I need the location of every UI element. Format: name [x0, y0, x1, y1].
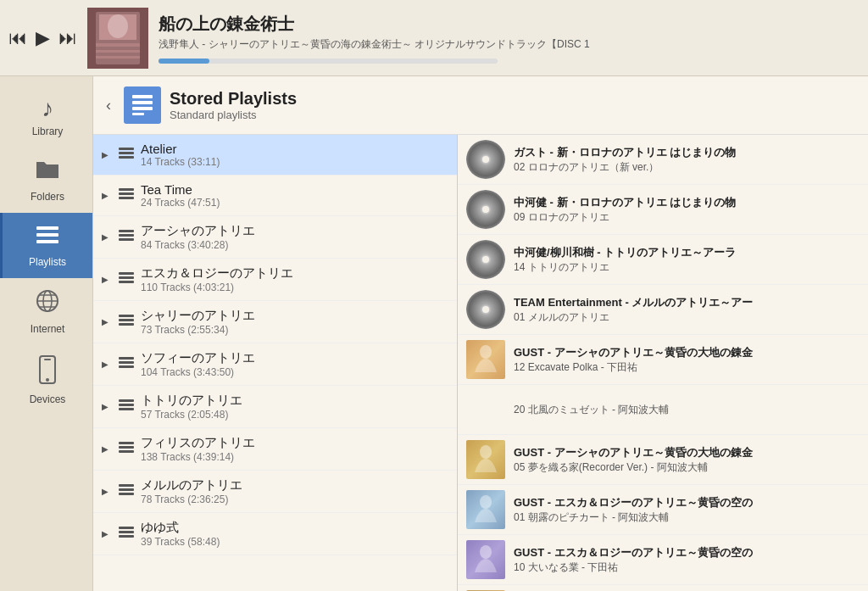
- playlist-meta: 138 Tracks (4:39:14): [141, 451, 448, 463]
- track-thumbnail: [466, 540, 505, 579]
- playlist-text: シャリーのアトリエ 73 Tracks (2:55:34): [141, 308, 448, 336]
- track-item[interactable]: GUST - アーシャのアトリエ～黄昏の大地の錬金05 夢を織る家(Record…: [458, 435, 868, 485]
- svg-rect-41: [119, 404, 134, 406]
- playlist-item[interactable]: ▶ ゆゆ式 39 Tracks (58:48): [93, 513, 457, 555]
- playlist-item[interactable]: ▶ トトリのアトリエ 57 Tracks (2:05:48): [93, 386, 457, 428]
- playlist-item[interactable]: ▶ メルルのアトリエ 78 Tracks (2:36:25): [93, 471, 457, 513]
- playlist-expand-icon: ▶: [102, 360, 112, 369]
- svg-rect-35: [119, 319, 134, 321]
- playlist-name: メルルのアトリエ: [141, 477, 448, 493]
- play-button[interactable]: ▶: [36, 27, 50, 49]
- playlist-meta: 24 Tracks (47:51): [141, 197, 448, 209]
- svg-rect-40: [119, 399, 134, 402]
- playlist-item[interactable]: ▶ フィリスのアトリエ 138 Tracks (4:39:14): [93, 428, 457, 471]
- track-info: 中河健 - 新・ロロナのアトリエ はじまりの物09 ロロナのアトリエ: [514, 195, 860, 225]
- track-info: GUST - アーシャのアトリエ～黄昏の大地の錬金05 夢を織る家(Record…: [514, 445, 860, 475]
- svg-rect-43: [119, 442, 134, 444]
- playlist-item[interactable]: ▶ ソフィーのアトリエ 104 Tracks (3:43:50): [93, 343, 457, 386]
- playlist-expand-icon: ▶: [102, 191, 112, 200]
- sidebar-label-folders: Folders: [31, 191, 64, 203]
- playlist-item[interactable]: ▶ シャリーのアトリエ 73 Tracks (2:55:34): [93, 301, 457, 343]
- progress-bar[interactable]: [159, 59, 498, 64]
- progress-fill: [159, 59, 209, 64]
- playlists-header-text: Stored Playlists Standard playlists: [170, 89, 297, 121]
- track-item[interactable]: 20 北風のミュゼット - 阿知波大輔: [458, 385, 868, 435]
- playlists-header: ‹ Stored Playlists Standard playlists: [93, 76, 868, 135]
- prev-button[interactable]: ⏮: [8, 27, 27, 49]
- track-album: 05 夢を織る家(Recorder Ver.) - 阿知波大輔: [514, 460, 860, 475]
- sidebar-item-internet[interactable]: Internet: [0, 278, 92, 345]
- playlist-text: エスカ＆ロジーのアトリエ 110 Tracks (4:03:21): [141, 265, 448, 293]
- playlist-text: ゆゆ式 39 Tracks (58:48): [141, 520, 448, 548]
- playlist-item[interactable]: ▶ アーシャのアトリエ 84 Tracks (3:40:28): [93, 216, 457, 259]
- track-item[interactable]: 中河健/柳川和樹 - トトリのアトリエ～アーラ14 トトリのアトリエ: [458, 235, 868, 285]
- playlist-list-icon: [119, 399, 134, 415]
- playlist-item[interactable]: ▶ Atelier 14 Tracks (33:11): [93, 135, 457, 176]
- track-artist-title: GUST - アーシャのアトリエ～黄昏の大地の錬金: [514, 345, 860, 360]
- svg-rect-48: [119, 493, 134, 495]
- playlist-meta: 14 Tracks (33:11): [141, 156, 448, 168]
- svg-rect-30: [119, 238, 134, 241]
- sidebar-label-internet: Internet: [31, 323, 65, 335]
- playlist-expand-icon: ▶: [102, 487, 112, 496]
- playlist-list-icon: [119, 188, 134, 204]
- track-item[interactable]: GUST - エスカ＆ロジーのアトリエ～黄昏の空の10 大いなる業 - 下田祐: [458, 535, 868, 585]
- track-thumbnail: [466, 490, 505, 529]
- svg-rect-47: [119, 488, 134, 491]
- svg-rect-8: [36, 233, 58, 237]
- playlist-item[interactable]: ▶ Tea Time 24 Tracks (47:51): [93, 176, 457, 216]
- track-subtitle: 浅野隼人 - シャリーのアトリエ～黄昏の海の錬金術士～ オリジナルサウンドトラッ…: [159, 37, 860, 52]
- sidebar-item-folders[interactable]: Folders: [0, 148, 92, 213]
- device-icon: [37, 355, 58, 390]
- track-item[interactable]: ガスト - 新・ロロナのアトリエ はじまりの物02 ロロナのアトリエ（新 ver…: [458, 135, 868, 185]
- playlist-item[interactable]: ▶ エスカ＆ロジーのアトリエ 110 Tracks (4:03:21): [93, 259, 457, 301]
- track-list: ガスト - 新・ロロナのアトリエ はじまりの物02 ロロナのアトリエ（新 ver…: [458, 135, 868, 591]
- playlist-meta: 78 Tracks (2:36:25): [141, 493, 448, 505]
- playlist-text: ソフィーのアトリエ 104 Tracks (3:43:50): [141, 350, 448, 378]
- track-artist-title: TEAM Entertainment - メルルのアトリエ～アー: [514, 295, 860, 310]
- playlist-name: Atelier: [141, 142, 448, 156]
- playlist-text: アーシャのアトリエ 84 Tracks (3:40:28): [141, 223, 448, 251]
- playlists-header-icon: [124, 86, 161, 124]
- playlist-list-icon: [119, 357, 134, 372]
- playlist-list-icon: [119, 442, 134, 457]
- svg-rect-21: [132, 113, 144, 115]
- playlist-text: Tea Time 24 Tracks (47:51): [141, 182, 448, 209]
- playlist-name: フィリスのアトリエ: [141, 435, 448, 451]
- svg-point-16: [46, 378, 49, 382]
- playlist-meta: 39 Tracks (58:48): [141, 536, 448, 548]
- track-thumbnail: [466, 240, 505, 279]
- svg-rect-32: [119, 276, 134, 279]
- playlist-meta: 73 Tracks (2:55:34): [141, 324, 448, 336]
- svg-rect-38: [119, 361, 134, 364]
- track-item[interactable]: 中河健 - 新・ロロナのアトリエ はじまりの物09 ロロナのアトリエ: [458, 185, 868, 235]
- track-artist-title: GUST - エスカ＆ロジーのアトリエ～黄昏の空の: [514, 545, 860, 560]
- playlist-text: フィリスのアトリエ 138 Tracks (4:39:14): [141, 435, 448, 463]
- svg-rect-49: [119, 527, 134, 529]
- playlist-list-icon: [119, 272, 134, 287]
- track-item[interactable]: GUST - エスカ＆ロジーのアトリエ～黄昏の空の01 朝露のピチカート - 阿…: [458, 485, 868, 535]
- sidebar-item-devices[interactable]: Devices: [0, 345, 92, 415]
- svg-rect-28: [119, 230, 134, 232]
- track-item[interactable]: TEAM Entertainment - メルルのアトリエ～アー01 メルルのア…: [458, 285, 868, 335]
- svg-point-55: [480, 545, 492, 559]
- track-thumbnail: [466, 440, 505, 479]
- sidebar-item-library[interactable]: ♪ Library: [0, 85, 92, 148]
- next-button[interactable]: ⏭: [58, 27, 77, 49]
- track-item[interactable]: GUST - アーシャのアトリエ～黄昏の大地の錬金12 Excavate Pol…: [458, 335, 868, 385]
- svg-rect-42: [119, 408, 134, 410]
- track-album: 20 北風のミュゼット - 阿知波大輔: [514, 403, 860, 417]
- playlist-expand-icon: ▶: [102, 317, 112, 326]
- track-thumbnail: [466, 190, 505, 229]
- list-icon: [35, 223, 60, 253]
- playlist-meta: 57 Tracks (2:05:48): [141, 409, 448, 421]
- track-item[interactable]: GUST - シャリーのアトリエ～黄昏の海の錬金術船の上の錬金術士 - 浅野隼: [458, 585, 868, 591]
- collapse-button[interactable]: ‹: [106, 97, 111, 114]
- svg-rect-7: [36, 226, 58, 230]
- sidebar-item-playlists[interactable]: Playlists: [0, 213, 92, 278]
- playlist-text: トトリのアトリエ 57 Tracks (2:05:48): [141, 393, 448, 421]
- track-artist-title: GUST - エスカ＆ロジーのアトリエ～黄昏の空の: [514, 495, 860, 510]
- svg-rect-39: [119, 365, 134, 368]
- sidebar-label-playlists: Playlists: [29, 256, 66, 268]
- svg-point-3: [108, 14, 128, 38]
